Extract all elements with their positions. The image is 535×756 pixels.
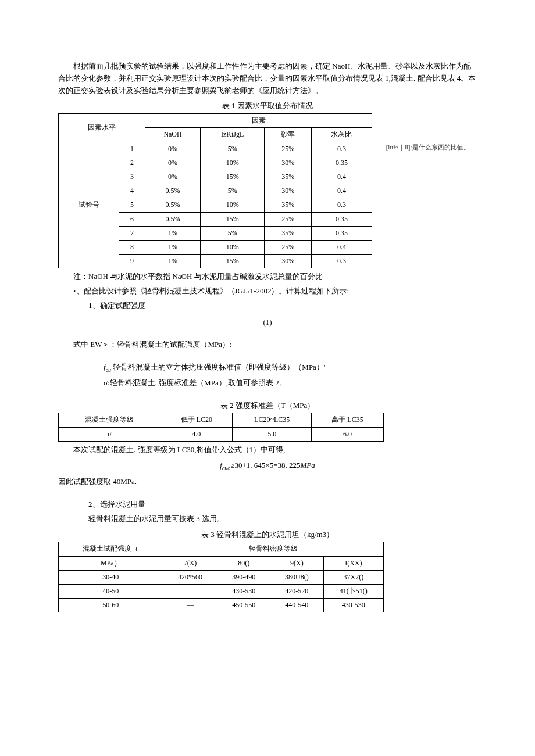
- cell: 15%: [200, 255, 265, 268]
- cell: 4: [119, 184, 145, 198]
- table1-factor-header: 因素: [145, 114, 372, 128]
- cell: 25%: [265, 240, 311, 254]
- cell: 5: [119, 198, 145, 212]
- cell: 41(卜51(): [323, 584, 383, 598]
- step2-heading: 2、选择水泥用量: [58, 499, 477, 511]
- cell: 15%: [200, 212, 265, 226]
- cell: 430-530: [217, 584, 270, 598]
- cell: 380U8(): [270, 570, 323, 584]
- cell: LC20~LC35: [233, 413, 312, 427]
- cell: 35%: [265, 226, 311, 240]
- cell: 0.3: [311, 142, 372, 156]
- formula2-sub: cuo: [222, 464, 230, 471]
- cell: 420-520: [270, 584, 323, 598]
- fcu-subscript: cu: [106, 367, 111, 373]
- cell: 35%: [265, 198, 311, 212]
- table3-merged-header: 轻骨料密度等级: [163, 542, 383, 556]
- table-row: MPa） 7(X) 80() 9(X) I(XX): [59, 556, 384, 570]
- cell: 0.4: [311, 240, 372, 254]
- table1-note: 注：NaOH 与水泥的水平数指 NaOH 与水泥用量占碱激发水泥总量的百分比: [58, 271, 477, 283]
- table3-col1-header-l1: 混凝土试配强度（: [59, 542, 163, 556]
- formula2-body: ≥30+1. 645×5=38. 225: [230, 461, 300, 470]
- cell: 8: [119, 240, 145, 254]
- fcu-definition: fcu 轻骨料混凝土的立方体抗压强度标准值（即强度等级）（MPa）': [58, 361, 477, 375]
- cell: I(XX): [323, 556, 383, 570]
- step1-heading: 1、确定试配强度: [58, 300, 477, 312]
- cell: 420*500: [163, 570, 217, 584]
- col-naoh: NaOH: [145, 128, 201, 142]
- fcu-text: 轻骨料混凝土的立方体抗压强度标准值（即强度等级）（MPa）': [111, 363, 325, 371]
- sigma-definition: σ:轻骨料混凝土. 强度标准差（MPa）,取值可参照表 2。: [58, 377, 477, 389]
- cell: ——: [163, 584, 217, 598]
- cell: 25%: [265, 142, 311, 156]
- cell: 0%: [145, 170, 201, 184]
- table-row: 混凝土强度等级 低于 LC20 LC20~LC35 高于 LC35: [59, 413, 384, 427]
- cell: 5%: [200, 184, 265, 198]
- cell: 1: [119, 142, 145, 156]
- cell: 0.3: [311, 255, 372, 268]
- cell: 低于 LC20: [160, 413, 233, 427]
- table2-title: 表 2 强度标准差（T（MPa）: [58, 400, 477, 412]
- col-izkijgl: IzKiJgL: [200, 128, 265, 142]
- cell: 1%: [145, 240, 201, 254]
- cell: 430-530: [323, 599, 383, 612]
- cell: 0.35: [311, 212, 372, 226]
- table-row: 30-40 420*500 390-490 380U8() 37X7(): [59, 570, 384, 584]
- sigma-label: σ: [59, 427, 160, 441]
- cell: 25%: [265, 212, 311, 226]
- cell: 80(): [217, 556, 270, 570]
- cell: 10%: [200, 240, 265, 254]
- cell: 10%: [200, 156, 265, 170]
- cell: 6: [119, 212, 145, 226]
- row-header: 试验号: [59, 142, 119, 268]
- table-row: 因素水平 因素: [59, 114, 372, 128]
- cell: 50-60: [59, 599, 163, 612]
- cell: 30%: [265, 156, 311, 170]
- cell: 0.35: [311, 226, 372, 240]
- table3: 混凝土试配强度（ 轻骨料密度等级 MPa） 7(X) 80() 9(X) I(X…: [58, 542, 384, 612]
- cell: 5%: [200, 226, 265, 240]
- table-row: σ 4.0 5.0 6.0: [59, 427, 384, 441]
- cell: 30-40: [59, 570, 163, 584]
- cell: 5.0: [233, 427, 312, 441]
- after-table2-text: 本次试配的混凝土. 强度等级为 LC30,将值带入公式（1）中可得,: [58, 444, 477, 456]
- cell: 30%: [265, 184, 311, 198]
- cell: 440-540: [270, 599, 323, 612]
- col-water-ash: 水灰比: [311, 128, 372, 142]
- cell: 3: [119, 170, 145, 184]
- cell: 1%: [145, 255, 201, 268]
- cell: 0.4: [311, 184, 372, 198]
- cell: 6.0: [312, 427, 384, 441]
- table2: 混凝土强度等级 低于 LC20 LC20~LC35 高于 LC35 σ 4.0 …: [58, 413, 384, 441]
- cell: 1%: [145, 226, 201, 240]
- cell: 7: [119, 226, 145, 240]
- cell: 450-550: [217, 599, 270, 612]
- table1-title: 表 1 因素水平取值分布情况: [58, 100, 477, 112]
- margin-comment: -[ltt½｜ll]:是什么东西的比值。: [384, 142, 470, 153]
- cell: 0.3: [311, 198, 372, 212]
- table-row: 40-50 —— 430-530 420-520 41(卜51(): [59, 584, 384, 598]
- table-row: 50-60 — 450-550 440-540 430-530: [59, 599, 384, 612]
- cell: 0%: [145, 142, 201, 156]
- formula2: fcuo≥30+1. 645×5=38. 225MPa: [58, 460, 477, 473]
- cell: 0.4: [311, 170, 372, 184]
- cell: 4.0: [160, 427, 233, 441]
- cell: 0.5%: [145, 184, 201, 198]
- cell: 35%: [265, 170, 311, 184]
- cell: 10%: [200, 198, 265, 212]
- step2-text: 轻骨料混凝土的水泥用量可按表 3 选用。: [58, 513, 477, 525]
- cell: 混凝土强度等级: [59, 413, 160, 427]
- cell: 高于 LC35: [312, 413, 384, 427]
- cell: 7(X): [163, 556, 217, 570]
- cell: 15%: [200, 170, 265, 184]
- col-sand-rate: 砂率: [265, 128, 311, 142]
- cell: 0%: [145, 156, 201, 170]
- table3-title: 表 3 轻骨料混凝上的水泥用坦（kg/m3）: [58, 529, 477, 541]
- table1-corner: 因素水平: [59, 114, 145, 142]
- table-row: 试验号 1 0% 5% 25% 0.3: [59, 142, 372, 156]
- cell: 37X7(): [323, 570, 383, 584]
- table3-col1-header-l2: MPa）: [59, 556, 163, 570]
- formula1-number: (1): [58, 317, 477, 329]
- table-row: 混凝土试配强度（ 轻骨料密度等级: [59, 542, 384, 556]
- formula2-unit: MPa: [300, 461, 315, 470]
